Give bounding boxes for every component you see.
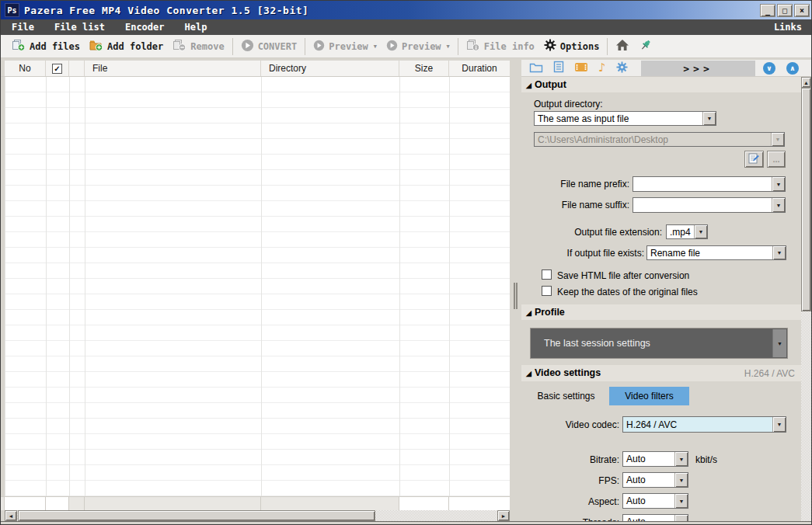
column-header-size[interactable]: Size [399, 61, 449, 76]
footer-cell-no [5, 497, 46, 510]
app-window: Ps Pazera Free MP4 Video Converter 1.5 [… [0, 0, 812, 525]
tab-video-filters[interactable]: Video filters [609, 387, 689, 405]
folder-tab-icon[interactable] [529, 61, 543, 75]
fps-select[interactable]: Auto ▼ [622, 472, 688, 488]
panel-splitter[interactable] [510, 60, 521, 521]
aspect-label: Aspect: [525, 496, 619, 507]
video-settings-section-header[interactable]: ◢Video settings [526, 367, 601, 378]
chevron-down-icon[interactable]: ▼ [374, 43, 377, 50]
chevron-down-icon[interactable]: ▼ [674, 473, 688, 487]
file-list-header: No ✓ File Directory Size Duration [1, 60, 510, 77]
app-logo-icon: Ps [5, 3, 19, 17]
chevron-down-icon[interactable]: ▼ [772, 246, 786, 259]
video-codec-select[interactable]: H.264 / AVC ▼ [622, 416, 786, 433]
output-file-extension-select[interactable]: .mp4 ▼ [666, 224, 708, 239]
add-folder-button[interactable]: Add folder [85, 37, 168, 56]
file-list-body[interactable] [1, 77, 510, 496]
maximize-button[interactable]: □ [777, 4, 793, 17]
panel-expander[interactable]: >>> [641, 61, 755, 76]
chevron-down-icon: ∨ [766, 64, 772, 72]
edit-directory-button[interactable] [744, 151, 764, 168]
minimize-button[interactable]: _ [760, 4, 775, 17]
chevron-down-icon[interactable]: ▼ [694, 225, 707, 238]
column-header-directory[interactable]: Directory [261, 61, 399, 76]
file-name-prefix-field[interactable]: ▼ [633, 176, 786, 192]
output-directory-select[interactable]: The same as input file ▼ [534, 111, 716, 126]
collapse-all-button[interactable]: ∨ [763, 62, 775, 75]
column-header-duration[interactable]: Duration [449, 61, 510, 76]
footer-cell-duration [449, 497, 510, 510]
chevron-down-icon[interactable]: ▼ [772, 198, 785, 212]
footer-cell-size [399, 497, 449, 510]
chevron-down-icon[interactable]: ▼ [674, 515, 688, 521]
other-settings-gear-tab-icon[interactable] [616, 61, 628, 75]
document-tab-icon[interactable] [553, 61, 564, 75]
audio-settings-tab-icon[interactable]: ♪ [598, 62, 606, 74]
horizontal-scrollbar[interactable]: ◄ ► [5, 510, 510, 521]
pushpin-icon [639, 39, 652, 54]
chevron-down-icon[interactable]: ▼ [771, 133, 784, 146]
expand-all-button[interactable]: ∧ [786, 62, 799, 75]
remove-button[interactable]: Remove [168, 37, 228, 56]
chevron-down-icon[interactable]: ▼ [447, 43, 450, 50]
profile-section-header[interactable]: ◢Profile [526, 307, 565, 318]
file-name-suffix-field[interactable]: ▼ [633, 197, 786, 213]
options-button[interactable]: Options [539, 37, 605, 56]
preview-play-icon [313, 40, 325, 54]
menu-encoder[interactable]: Encoder [125, 20, 165, 34]
pin-button[interactable] [634, 37, 657, 57]
save-html-checkbox-label[interactable]: Save HTML file after conversion [557, 270, 689, 281]
home-button[interactable] [611, 37, 634, 56]
vertical-scrollbar-track[interactable] [801, 311, 811, 521]
close-button[interactable]: × [794, 4, 810, 17]
if-output-file-exists-select[interactable]: Rename file ▼ [646, 245, 786, 260]
preview-output-button[interactable]: Preview ▼ [382, 37, 455, 56]
column-header-file[interactable]: File [85, 61, 261, 76]
save-html-checkbox[interactable] [542, 269, 552, 280]
edit-icon [748, 152, 760, 166]
file-info-button[interactable]: File info [462, 37, 539, 56]
output-section-header[interactable]: ◢Output [526, 79, 566, 90]
splitter-grip [514, 283, 515, 309]
chevron-down-icon[interactable]: ▼ [674, 494, 688, 508]
keep-dates-checkbox[interactable] [542, 286, 552, 296]
options-label: Options [560, 41, 600, 52]
add-folder-label: Add folder [107, 41, 163, 52]
column-header-no[interactable]: No [5, 61, 46, 76]
collapse-triangle-icon: ◢ [526, 309, 531, 317]
remove-label: Remove [190, 41, 224, 52]
add-files-button[interactable]: Add files [7, 37, 85, 56]
fps-label: FPS: [525, 475, 619, 486]
profile-select[interactable]: The last session settings ▼ [530, 328, 788, 359]
select-all-checkbox[interactable]: ✓ [52, 64, 62, 74]
threads-select[interactable]: Auto ▼ [622, 514, 688, 521]
file-list-footer [1, 496, 510, 510]
video-settings-tab-icon[interactable] [574, 61, 588, 75]
preview-source-button[interactable]: Preview ▼ [308, 37, 382, 56]
chevron-down-icon[interactable]: ▼ [702, 112, 716, 125]
column-header-select-all[interactable]: ✓ [46, 61, 69, 76]
vertical-scrollbar-thumb[interactable] [801, 88, 811, 311]
window-bottom-edge [1, 521, 812, 525]
menu-links[interactable]: Links [774, 20, 802, 34]
add-folder-icon [89, 39, 103, 54]
browse-directory-button[interactable]: ... [767, 151, 786, 168]
menu-file[interactable]: File [12, 20, 34, 34]
chevron-down-icon[interactable]: ▼ [772, 177, 785, 191]
scroll-left-arrow-icon[interactable]: ◄ [5, 510, 17, 521]
custom-directory-field[interactable]: C:\Users\Administrator\Desktop ▼ [534, 132, 785, 147]
horizontal-scrollbar-thumb[interactable] [18, 510, 375, 521]
chevron-down-icon[interactable]: ▼ [772, 417, 786, 432]
tab-basic-settings[interactable]: Basic settings [529, 387, 603, 405]
aspect-select[interactable]: Auto ▼ [622, 493, 688, 509]
scroll-up-arrow-icon[interactable]: ▲ [801, 77, 811, 88]
chevron-down-icon[interactable]: ▼ [674, 452, 688, 466]
toolbar-separator [607, 38, 608, 55]
menu-file-list[interactable]: File list [54, 20, 105, 34]
convert-button[interactable]: CONVERT [236, 37, 302, 57]
bitrate-select[interactable]: Auto ▼ [622, 451, 688, 467]
chevron-down-icon[interactable]: ▼ [772, 329, 786, 357]
keep-dates-checkbox-label[interactable]: Keep the dates of the original files [557, 287, 698, 297]
menu-help[interactable]: Help [185, 20, 207, 34]
scroll-right-arrow-icon[interactable]: ► [497, 510, 510, 521]
